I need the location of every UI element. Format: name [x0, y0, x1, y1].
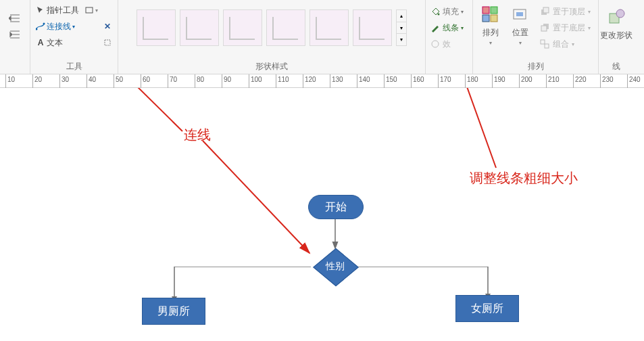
pointer-tool-button[interactable]: 指针工具	[34, 4, 80, 17]
text-a-icon: A	[36, 38, 45, 47]
send-back-label: 置于底层	[553, 22, 585, 34]
ruler-tick-label: 50	[116, 76, 123, 83]
connector-tool-label: 连接线	[47, 21, 71, 32]
flowchart-male-node[interactable]: 男厕所	[142, 298, 205, 325]
ruler-tick-label: 130	[332, 76, 343, 83]
ruler-tick-label: 10	[7, 76, 15, 83]
ruler-tick: 100	[249, 74, 249, 88]
flowchart-decision-label: 性别	[326, 260, 345, 273]
delete-tool-button[interactable]: ✕	[101, 21, 114, 32]
svg-rect-16	[541, 40, 545, 44]
ruler-tick: 150	[384, 74, 385, 88]
ruler-tick-label: 70	[170, 76, 177, 83]
ruler-tick-label: 220	[575, 76, 587, 83]
ruler-tick-label: 190	[494, 76, 505, 83]
arrange-button[interactable]: 排列 ▾	[477, 4, 504, 51]
gallery-more-icon[interactable]: ▾	[397, 34, 406, 45]
svg-rect-3	[105, 40, 110, 45]
svg-rect-15	[541, 26, 547, 31]
svg-rect-13	[543, 7, 549, 13]
svg-rect-7	[491, 7, 497, 14]
ruler-tick-label: 150	[386, 76, 397, 83]
ruler-tick: 80	[195, 74, 195, 88]
dropdown-icon: ▾	[461, 9, 464, 15]
dropdown-icon: ▾	[588, 25, 591, 31]
effect-button[interactable]: 效	[430, 37, 468, 51]
svg-rect-17	[545, 44, 549, 48]
gallery-scroll[interactable]: ▴ ▾ ▾	[396, 9, 407, 46]
arrange-group-label: 排列	[528, 60, 544, 72]
ruler-tick-label: 140	[359, 76, 370, 83]
shape-styles-group: ▴ ▾ ▾ 形状样式	[118, 0, 426, 74]
svg-rect-8	[482, 15, 489, 22]
style-swatch[interactable]	[137, 9, 176, 46]
ruler-tick-label: 240	[629, 76, 641, 83]
connector-tool-button[interactable]: 连接线 ▾	[34, 20, 76, 33]
effect-label: 效	[443, 39, 451, 50]
tools-group: 指针工具 ▾ 连接线 ▾ ✕	[30, 0, 118, 74]
style-swatch[interactable]	[180, 9, 219, 46]
change-shape-label: 更改形状	[600, 30, 633, 41]
flowchart-start-node[interactable]: 开始	[308, 195, 364, 219]
text-tool-button[interactable]: A 文本	[34, 37, 64, 49]
change-shape-button[interactable]: 更改形状	[600, 3, 633, 41]
crop-tool-button[interactable]	[101, 37, 114, 48]
bring-front-label: 置于顶层	[553, 6, 585, 18]
ruler-tick-label: 120	[305, 76, 316, 83]
pen-icon	[430, 22, 441, 33]
pointer-icon	[36, 5, 45, 15]
ruler-tick: 170	[438, 74, 439, 88]
svg-rect-9	[491, 15, 497, 22]
style-swatch[interactable]	[266, 9, 305, 46]
dropdown-icon: ▾	[489, 40, 492, 46]
position-button-label: 位置	[512, 27, 528, 39]
arrange-grid-icon	[480, 4, 501, 26]
style-swatch[interactable]	[353, 9, 392, 46]
dropdown-icon: ▾	[588, 9, 591, 15]
flowchart-female-node[interactable]: 女厕所	[455, 295, 519, 322]
fill-line-group: 填充 ▾ 线条 ▾ 效	[426, 0, 473, 74]
dropdown-icon: ▾	[572, 41, 574, 47]
ruler-tick-label: 20	[34, 76, 42, 83]
ruler-tick: 140	[357, 74, 357, 88]
style-swatch[interactable]	[223, 9, 262, 46]
svg-point-2	[43, 23, 45, 25]
ruler-tick-label: 160	[413, 76, 424, 83]
rectangle-tool-button[interactable]: ▾	[83, 5, 99, 16]
indent-increase-button[interactable]	[7, 28, 22, 41]
drawing-canvas[interactable]: 连线 调整线条粗细大小 开始 性别 男厕所	[0, 88, 644, 341]
ruler-tick-label: 60	[143, 76, 150, 83]
scroll-down-icon[interactable]: ▾	[397, 22, 406, 35]
ruler-tick: 50	[114, 74, 114, 88]
flowchart-decision-node[interactable]: 性别	[311, 250, 360, 283]
indent-decrease-button[interactable]	[7, 12, 22, 24]
ruler-tick-label: 80	[197, 76, 204, 83]
ruler-tick-label: 90	[224, 76, 231, 83]
ruler-tick-label: 100	[251, 76, 262, 83]
shape-styles-group-label: 形状样式	[255, 60, 288, 72]
fill-button[interactable]: 填充 ▾	[430, 4, 468, 19]
fill-label: 填充	[443, 6, 459, 18]
crop-icon	[103, 38, 112, 47]
svg-point-4	[438, 14, 440, 16]
svg-point-19	[616, 9, 624, 18]
ruler-tick: 40	[86, 74, 87, 88]
ruler-tick: 60	[141, 74, 141, 88]
ruler-tick: 90	[222, 74, 222, 88]
ruler-tick: 220	[573, 74, 574, 88]
ruler-tick-label: 210	[548, 76, 560, 83]
ruler-tick: 30	[59, 74, 60, 88]
annotation-connect: 连线	[184, 126, 211, 144]
style-gallery: ▴ ▾ ▾	[137, 3, 407, 46]
ruler-tick-label: 40	[89, 76, 96, 83]
tools-group-label: 工具	[66, 60, 82, 72]
position-button[interactable]: 位置 ▾	[507, 4, 534, 51]
ruler-tick: 230	[600, 74, 601, 88]
line-button[interactable]: 线条 ▾	[430, 20, 468, 35]
style-swatch[interactable]	[309, 9, 349, 46]
scroll-up-icon[interactable]: ▴	[397, 10, 406, 22]
ruler-tick-label: 180	[467, 76, 478, 83]
ruler-tick-label: 110	[278, 76, 289, 83]
ruler-tick: 10	[5, 74, 6, 88]
svg-rect-0	[86, 7, 93, 13]
